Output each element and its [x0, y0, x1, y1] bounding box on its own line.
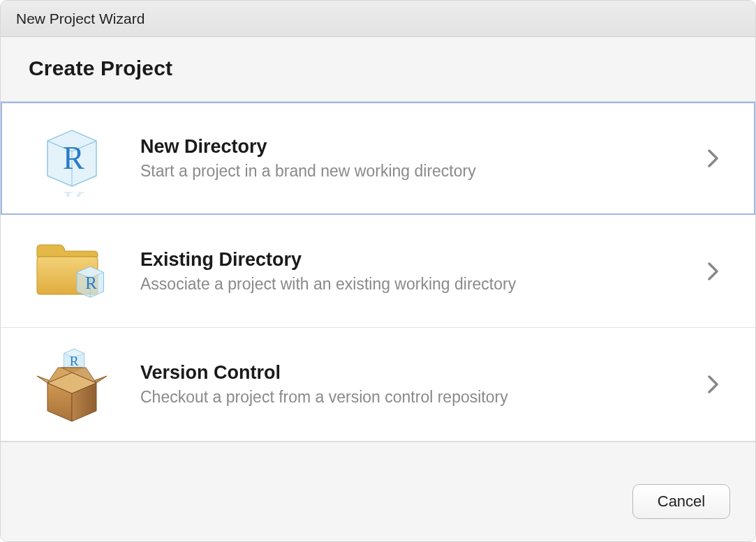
svg-text:R: R: [63, 185, 84, 197]
window-title: New Project Wizard: [16, 10, 144, 27]
titlebar: New Project Wizard: [1, 1, 755, 37]
project-options-list: R R New Directory Start a project in a b…: [1, 101, 755, 442]
cancel-button[interactable]: Cancel: [632, 484, 730, 519]
chevron-right-icon: [699, 262, 727, 280]
option-existing-directory[interactable]: R Existing Directory Associate a project…: [1, 215, 755, 328]
wizard-header: Create Project: [1, 37, 755, 101]
option-title: Version Control: [140, 362, 699, 384]
svg-text:R: R: [63, 140, 84, 176]
option-text: Version Control Checkout a project from …: [121, 362, 699, 407]
folder-cube-icon: R: [23, 229, 121, 313]
cube-r-icon: R R: [23, 116, 121, 200]
option-text: Existing Directory Associate a project w…: [121, 249, 699, 294]
option-title: New Directory: [140, 136, 699, 158]
option-title: Existing Directory: [140, 249, 699, 271]
chevron-right-icon: [699, 149, 727, 167]
option-version-control[interactable]: R: [1, 328, 755, 441]
option-new-directory[interactable]: R R New Directory Start a project in a b…: [1, 102, 755, 215]
svg-text:R: R: [70, 354, 79, 368]
page-title: Create Project: [29, 57, 727, 80]
option-desc: Start a project in a brand new working d…: [140, 162, 699, 181]
svg-text:R: R: [85, 272, 97, 292]
wizard-window: New Project Wizard Create Project R R: [0, 0, 756, 542]
option-text: New Directory Start a project in a brand…: [121, 136, 699, 181]
option-desc: Associate a project with an existing wor…: [140, 275, 699, 294]
chevron-right-icon: [699, 375, 727, 393]
option-desc: Checkout a project from a version contro…: [140, 388, 699, 407]
box-cube-icon: R: [23, 342, 121, 426]
wizard-footer: Cancel: [1, 442, 755, 541]
